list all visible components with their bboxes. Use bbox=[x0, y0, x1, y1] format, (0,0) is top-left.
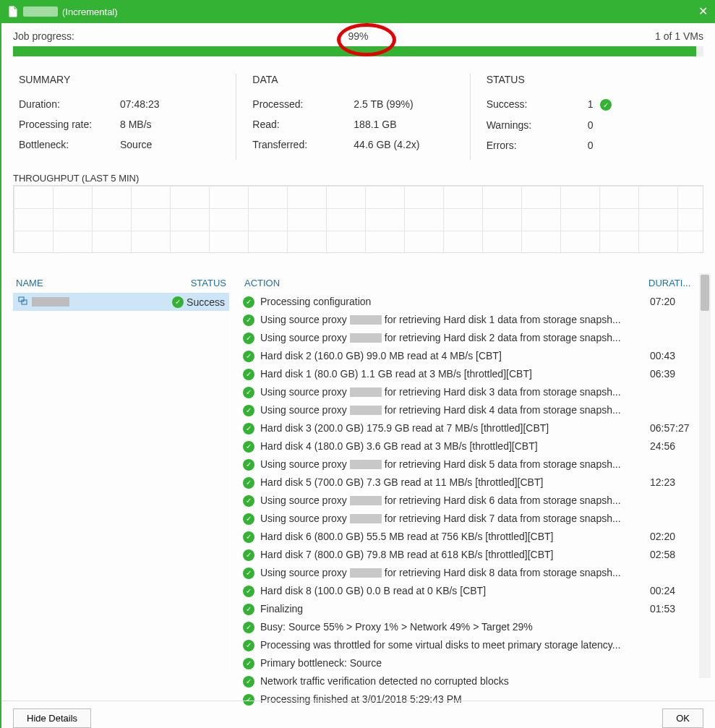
data-heading: DATA bbox=[252, 74, 469, 85]
proxy-name-redacted bbox=[350, 333, 382, 343]
data-col: DATA Processed:2.5 TB (99%) Read:188.1 G… bbox=[236, 74, 469, 160]
action-text: Primary bottleneck: Source bbox=[260, 656, 650, 671]
check-icon: ✓ bbox=[243, 604, 254, 615]
action-row[interactable]: ✓Busy: Source 55% > Proxy 1% > Network 4… bbox=[243, 618, 708, 636]
progress-percent: 99% bbox=[348, 30, 368, 42]
action-row[interactable]: ✓Using source proxy for retrieving Hard … bbox=[243, 510, 708, 528]
action-text: Hard disk 2 (160.0 GB) 99.0 MB read at 4… bbox=[260, 348, 650, 364]
action-column-header[interactable]: ACTION bbox=[244, 278, 648, 288]
action-row[interactable]: ✓Finalizing01:53 bbox=[243, 600, 708, 618]
action-row[interactable]: ✓Hard disk 8 (100.0 GB) 0.0 B read at 0 … bbox=[243, 582, 708, 600]
duration-column-header[interactable]: DURATI... bbox=[648, 278, 706, 288]
vm-list: NAME STATUS ✓ Success bbox=[13, 273, 230, 678]
action-row[interactable]: ✓Hard disk 3 (200.0 GB) 175.9 GB read at… bbox=[243, 419, 708, 437]
check-icon: ✓ bbox=[172, 296, 184, 308]
vm-icon bbox=[17, 295, 29, 309]
action-row[interactable]: ✓Network traffic verification detected n… bbox=[243, 672, 708, 690]
action-text: Using source proxy for retrieving Hard d… bbox=[260, 385, 650, 400]
success-value: 1✓ bbox=[588, 98, 612, 111]
action-text: Hard disk 6 (800.0 GB) 55.5 MB read at 7… bbox=[260, 529, 650, 544]
scrollbar[interactable] bbox=[699, 273, 711, 678]
action-row[interactable]: ✓Using source proxy for retrieving Hard … bbox=[243, 492, 708, 510]
vm-status: Success bbox=[187, 296, 225, 308]
document-icon bbox=[7, 6, 19, 17]
action-text: Using source proxy for retrieving Hard d… bbox=[260, 330, 650, 346]
check-icon: ✓ bbox=[243, 296, 254, 308]
hide-details-button[interactable]: Hide Details bbox=[13, 708, 91, 728]
check-icon: ✓ bbox=[243, 586, 254, 597]
check-icon: ✓ bbox=[243, 676, 254, 688]
action-text: Hard disk 4 (180.0 GB) 3.6 GB read at 3 … bbox=[260, 439, 650, 454]
action-row[interactable]: ✓Hard disk 7 (800.0 GB) 79.8 MB read at … bbox=[243, 546, 708, 564]
check-icon: ✓ bbox=[243, 314, 254, 326]
proxy-name-redacted bbox=[350, 460, 382, 469]
status-column-header[interactable]: STATUS bbox=[191, 278, 226, 288]
footer: Hide Details OK bbox=[1, 701, 715, 728]
check-icon: ✓ bbox=[243, 549, 254, 561]
check-icon: ✓ bbox=[243, 622, 254, 633]
action-row[interactable]: ✓Hard disk 1 (80.0 GB) 1.1 GB read at 3 … bbox=[243, 365, 708, 383]
transferred-label: Transferred: bbox=[252, 139, 354, 150]
action-text: Using source proxy for retrieving Hard d… bbox=[260, 511, 650, 526]
close-icon[interactable]: ✕ bbox=[698, 6, 708, 17]
action-row[interactable]: ✓Primary bottleneck: Source bbox=[243, 654, 708, 672]
duration-label: Duration: bbox=[19, 98, 120, 110]
action-row[interactable]: ✓Using source proxy for retrieving Hard … bbox=[243, 383, 708, 401]
action-text: Hard disk 7 (800.0 GB) 79.8 MB read at 6… bbox=[260, 547, 650, 562]
action-row[interactable]: ✓Processing configuration07:20 bbox=[243, 293, 708, 311]
proxy-name-redacted bbox=[350, 387, 382, 397]
action-row[interactable]: ✓Using source proxy for retrieving Hard … bbox=[243, 311, 708, 329]
action-text: Hard disk 3 (200.0 GB) 175.9 GB read at … bbox=[260, 421, 650, 436]
job-type: (Incremental) bbox=[62, 7, 118, 17]
warnings-value: 0 bbox=[588, 119, 594, 131]
check-icon: ✓ bbox=[243, 387, 254, 398]
check-icon: ✓ bbox=[243, 640, 254, 651]
progress-vm-count: 1 of 1 VMs bbox=[655, 30, 703, 42]
action-row[interactable]: ✓Hard disk 6 (800.0 GB) 55.5 MB read at … bbox=[243, 528, 708, 546]
throughput-chart bbox=[13, 185, 703, 253]
proxy-name-redacted bbox=[350, 496, 382, 505]
ok-button[interactable]: OK bbox=[662, 708, 703, 728]
read-value: 188.1 GB bbox=[354, 119, 396, 130]
action-row[interactable]: ✓Using source proxy for retrieving Hard … bbox=[243, 329, 708, 347]
action-row[interactable]: ✓Using source proxy for retrieving Hard … bbox=[243, 455, 708, 474]
vm-row[interactable]: ✓ Success bbox=[13, 293, 229, 311]
scroll-thumb[interactable] bbox=[701, 275, 709, 311]
check-icon: ✓ bbox=[243, 658, 254, 669]
progress-row: Job progress: 99% 1 of 1 VMs bbox=[1, 23, 715, 45]
check-icon: ✓ bbox=[243, 459, 254, 471]
action-text: Using source proxy for retrieving Hard d… bbox=[260, 312, 650, 327]
action-text: Using source proxy for retrieving Hard d… bbox=[260, 565, 650, 581]
action-row[interactable]: ✓Using source proxy for retrieving Hard … bbox=[243, 401, 708, 419]
action-row[interactable]: ✓Hard disk 4 (180.0 GB) 3.6 GB read at 3… bbox=[243, 437, 708, 455]
success-label: Success: bbox=[487, 98, 588, 111]
status-col: STATUS Success:1✓ Warnings:0 Errors:0 bbox=[470, 74, 703, 160]
status-heading: STATUS bbox=[487, 74, 703, 85]
action-text: Hard disk 8 (100.0 GB) 0.0 B read at 0 K… bbox=[260, 583, 650, 599]
proxy-name-redacted bbox=[350, 568, 382, 578]
check-icon: ✓ bbox=[243, 405, 254, 416]
check-icon: ✓ bbox=[243, 495, 254, 507]
check-icon: ✓ bbox=[243, 351, 254, 362]
check-icon: ✓ bbox=[243, 441, 254, 453]
proxy-name-redacted bbox=[350, 406, 382, 415]
bottleneck-value: Source bbox=[120, 139, 152, 150]
check-icon: ✓ bbox=[243, 477, 254, 489]
action-list: ✓Processing configuration07:20✓Using sou… bbox=[243, 293, 708, 708]
check-icon: ✓ bbox=[243, 513, 254, 525]
action-text: Hard disk 1 (80.0 GB) 1.1 GB read at 3 M… bbox=[260, 367, 650, 382]
rate-value: 8 MB/s bbox=[120, 119, 152, 130]
summary-col: SUMMARY Duration:07:48:23 Processing rat… bbox=[13, 74, 236, 160]
vm-name-redacted bbox=[32, 297, 69, 307]
proxy-name-redacted bbox=[350, 315, 382, 325]
action-text: Processing configuration bbox=[260, 294, 650, 309]
errors-label: Errors: bbox=[487, 140, 588, 151]
action-row[interactable]: ✓Using source proxy for retrieving Hard … bbox=[243, 564, 708, 582]
name-column-header[interactable]: NAME bbox=[16, 278, 191, 288]
warnings-label: Warnings: bbox=[487, 119, 588, 131]
action-row[interactable]: ✓Hard disk 5 (700.0 GB) 7.3 GB read at 1… bbox=[243, 474, 708, 492]
action-row[interactable]: ✓Processing was throttled for some virtu… bbox=[243, 636, 708, 654]
action-row[interactable]: ✓Hard disk 2 (160.0 GB) 99.0 MB read at … bbox=[243, 347, 708, 365]
action-text: Hard disk 5 (700.0 GB) 7.3 GB read at 11… bbox=[260, 475, 650, 490]
progress-bar bbox=[13, 46, 703, 56]
